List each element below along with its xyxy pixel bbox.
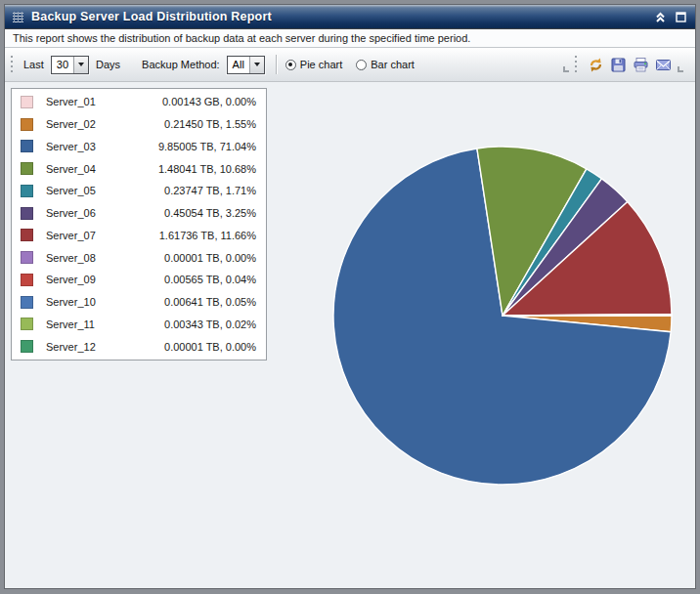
toolbar-corner-right (678, 66, 683, 72)
chart-legend: Server_01 0.00143 GB, 0.00% Server_02 0.… (11, 88, 267, 361)
legend-color-swatch (21, 185, 33, 197)
report-widget-inner: Backup Server Load Distribution Report T… (4, 4, 696, 589)
toolbar-grip[interactable] (11, 56, 15, 73)
radio-pie-chart[interactable]: Pie chart (285, 59, 342, 70)
legend-server-value: 1.61736 TB, 11.66% (159, 230, 256, 241)
report-description: This report shows the distribution of ba… (5, 29, 695, 48)
legend-server-value: 0.21450 TB, 1.55% (164, 118, 256, 130)
legend-server-name: Server_07 (46, 230, 96, 241)
radio-pie-label: Pie chart (300, 59, 342, 70)
email-icon[interactable] (655, 57, 672, 73)
period-dropdown-value: 30 (52, 57, 73, 73)
chart-area: Server_01 0.00143 GB, 0.00% Server_02 0.… (5, 82, 695, 588)
legend-row[interactable]: Server_03 9.85005 TB, 71.04% (12, 136, 266, 158)
legend-server-value: 0.00001 TB, 0.00% (164, 341, 256, 353)
legend-server-value: 0.45054 TB, 3.25% (164, 207, 256, 219)
chart-type-radio-group: Pie chart Bar chart (285, 59, 415, 70)
legend-server-name: Server_05 (46, 185, 96, 196)
maximize-icon[interactable] (675, 11, 687, 23)
legend-server-value: 9.85005 TB, 71.04% (158, 141, 256, 152)
legend-row[interactable]: Server_10 0.00641 TB, 0.05% (12, 291, 266, 314)
legend-server-name: Server_09 (46, 274, 96, 285)
filter-toolbar: Last 30 Days Backup Method: All Pie char… (5, 48, 695, 82)
radio-bar-chart[interactable]: Bar chart (356, 59, 415, 70)
legend-row[interactable]: Server_02 0.21450 TB, 1.55% (12, 113, 266, 136)
legend-server-name: Server_06 (46, 207, 96, 219)
legend-server-name: Server_10 (46, 296, 96, 308)
legend-color-swatch (21, 318, 33, 330)
legend-server-name: Server_08 (46, 252, 96, 264)
legend-row[interactable]: Server_09 0.00565 TB, 0.04% (12, 269, 266, 291)
last-label: Last (23, 59, 44, 70)
radio-bar-circle-icon[interactable] (356, 60, 367, 70)
legend-server-value: 0.00001 TB, 0.00% (164, 252, 256, 264)
backup-method-dropdown-value: All (228, 57, 249, 73)
legend-color-swatch (21, 251, 33, 264)
legend-color-swatch (21, 207, 33, 220)
report-widget: Backup Server Load Distribution Report T… (0, 0, 700, 594)
days-label: Days (96, 59, 120, 70)
legend-color-swatch (21, 96, 33, 108)
report-description-text: This report shows the distribution of ba… (13, 32, 470, 44)
legend-color-swatch (21, 229, 33, 241)
legend-color-swatch (21, 274, 33, 286)
legend-server-name: Server_12 (46, 341, 96, 353)
legend-server-value: 0.23747 TB, 1.71% (164, 185, 256, 196)
legend-server-name: Server_11 (46, 318, 95, 330)
backup-method-dropdown[interactable]: All (227, 56, 265, 74)
portlet-grid-icon (12, 11, 24, 23)
period-dropdown[interactable]: 30 (51, 56, 89, 74)
legend-row[interactable]: Server_04 1.48041 TB, 10.68% (12, 157, 266, 180)
action-toolbar-grip[interactable] (575, 56, 579, 73)
legend-server-name: Server_04 (46, 163, 96, 175)
legend-server-value: 0.00641 TB, 0.05% (164, 296, 256, 308)
page-title: Backup Server Load Distribution Report (31, 10, 654, 23)
legend-server-value: 0.00565 TB, 0.04% (164, 274, 256, 285)
toolbar-separator (276, 55, 278, 74)
legend-row[interactable]: Server_06 0.45054 TB, 3.25% (12, 202, 266, 225)
legend-row[interactable]: Server_07 1.61736 TB, 11.66% (12, 225, 266, 247)
legend-color-swatch (21, 140, 33, 152)
radio-bar-label: Bar chart (371, 59, 415, 70)
legend-server-value: 0.00143 GB, 0.00% (162, 96, 256, 107)
legend-row[interactable]: Server_11 0.00343 TB, 0.02% (12, 314, 266, 336)
save-icon[interactable] (610, 57, 627, 73)
legend-row[interactable]: Server_08 0.00001 TB, 0.00% (12, 246, 266, 269)
legend-color-swatch (21, 118, 33, 131)
legend-server-value: 1.48041 TB, 10.68% (158, 163, 256, 175)
chevron-down-icon (254, 63, 260, 66)
legend-color-swatch (21, 162, 33, 175)
legend-server-name: Server_02 (46, 118, 96, 130)
period-dropdown-button[interactable] (73, 57, 88, 73)
action-icon-toolbar (559, 53, 689, 76)
legend-server-name: Server_01 (46, 96, 96, 107)
radio-pie-circle-icon[interactable] (285, 60, 296, 70)
backup-method-label: Backup Method: (142, 59, 220, 70)
refresh-icon[interactable] (588, 57, 604, 73)
legend-color-swatch (21, 296, 33, 309)
legend-row[interactable]: Server_12 0.00001 TB, 0.00% (12, 335, 266, 358)
collapse-icon[interactable] (654, 11, 667, 23)
title-bar: Backup Server Load Distribution Report (5, 5, 695, 29)
legend-color-swatch (21, 340, 33, 353)
legend-server-value: 0.00343 TB, 0.02% (164, 318, 256, 330)
chevron-down-icon (78, 63, 84, 66)
toolbar-corner-left (563, 66, 569, 72)
legend-row[interactable]: Server_05 0.23747 TB, 1.71% (12, 180, 266, 202)
legend-row[interactable]: Server_01 0.00143 GB, 0.00% (12, 91, 266, 113)
backup-method-dropdown-button[interactable] (249, 57, 264, 73)
print-icon[interactable] (633, 57, 649, 73)
legend-server-name: Server_03 (46, 141, 96, 152)
